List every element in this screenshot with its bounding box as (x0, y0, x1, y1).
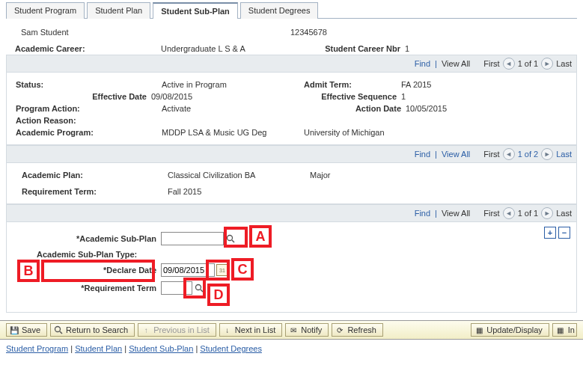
callout-box-a (224, 227, 248, 248)
tab-student-plan[interactable]: Student Plan (87, 2, 150, 19)
svg-line-5 (60, 331, 62, 334)
refresh-label: Refresh (347, 325, 376, 334)
next-record-icon[interactable]: ► (541, 148, 553, 160)
find-link[interactable]: Find (415, 59, 430, 68)
prev-record-icon[interactable]: ◄ (503, 58, 515, 70)
update-icon: ▦ (474, 325, 483, 334)
subplan-req-term-label: *Requirement Term (14, 284, 161, 293)
subplan-form: + − *Academic Sub-Plan Academic Sub-Plan… (6, 222, 577, 313)
tab-student-degrees[interactable]: Student Degrees (240, 2, 319, 19)
include-label: In (568, 325, 575, 334)
req-term-value: Fall 2015 (168, 187, 201, 196)
plan-type-value: Major (310, 171, 331, 180)
next-in-list-button[interactable]: ↓ Next in List (219, 323, 282, 337)
footer-links: Student Program | Student Plan | Student… (0, 340, 583, 358)
nav-bar-3: Find | View All First ◄ 1 of 1 ► Last (6, 204, 577, 222)
first-label: First (483, 209, 499, 218)
svg-point-4 (55, 327, 61, 332)
program-action-label: Program Action: (7, 104, 162, 113)
prev-record-icon[interactable]: ◄ (503, 207, 515, 219)
nav-bar-1: Find | View All First ◄ 1 of 1 ► Last (6, 55, 577, 73)
save-button[interactable]: 💾 Save (6, 323, 47, 337)
career-nbr-value: 1 (405, 44, 409, 53)
save-label: Save (22, 325, 40, 334)
academic-career-label: Academic Career: (6, 44, 161, 53)
view-all-label: View All (442, 59, 470, 68)
last-label: Last (556, 59, 572, 68)
last-link[interactable]: Last (556, 150, 572, 159)
academic-plan-label: Academic Plan: (7, 171, 168, 180)
footer-link-degrees[interactable]: Student Degrees (200, 344, 262, 353)
view-all-link-2[interactable]: View All (442, 150, 470, 159)
subplan-type-label: Academic Sub-Plan Type: (14, 250, 183, 259)
last-label: Last (556, 209, 572, 218)
record-count[interactable]: 1 of 2 (518, 150, 539, 159)
footer-link-program[interactable]: Student Program (6, 344, 68, 353)
callout-a: A (249, 225, 272, 248)
search-icon (54, 325, 63, 334)
previous-in-list-button: ↑ Previous in List (138, 323, 216, 337)
callout-b: B (17, 260, 40, 282)
down-arrow-icon: ↓ (223, 325, 232, 334)
subplan-input[interactable] (161, 232, 224, 245)
next-record-icon[interactable]: ► (541, 207, 553, 219)
callout-box-b (41, 260, 155, 282)
notify-icon: ✉ (289, 325, 298, 334)
admit-term-label: Admit Term: (304, 80, 401, 89)
return-label: Return to Search (66, 325, 128, 334)
action-date-value: 10/05/2015 (406, 104, 447, 113)
callout-c: C (231, 258, 254, 281)
add-row-button[interactable]: + (544, 227, 556, 239)
refresh-icon: ⟳ (335, 325, 344, 334)
student-id: 12345678 (290, 28, 327, 37)
notify-label: Notify (301, 325, 322, 334)
first-label: First (483, 59, 499, 68)
student-name: Sam Student (21, 28, 290, 37)
include-history-button[interactable]: ▦ In (552, 323, 577, 337)
prev-label: Previous in List (153, 325, 210, 334)
find-link-2[interactable]: Find (415, 150, 430, 159)
academic-plan-value: Classical Civilization BA (168, 171, 310, 180)
tab-student-program[interactable]: Student Program (6, 2, 85, 19)
save-icon: 💾 (10, 325, 19, 334)
academic-program-value: MDDP LSA & Music UG Deg (162, 128, 304, 137)
nav-separator: | (435, 150, 437, 159)
program-action-value: Activate (162, 104, 304, 113)
notify-button[interactable]: ✉ Notify (285, 323, 329, 337)
callout-box-d (183, 278, 206, 298)
callout-box-c (206, 260, 230, 281)
next-label: Next in List (235, 325, 275, 334)
academic-career-value: Undergraduate L S & A (161, 44, 303, 53)
next-record-icon[interactable]: ► (541, 58, 553, 70)
footer-link-subplan[interactable]: Student Sub-Plan (129, 344, 193, 353)
career-nbr-label: Student Career Nbr (303, 44, 405, 53)
refresh-button[interactable]: ⟳ Refresh (332, 323, 383, 337)
prev-record-icon[interactable]: ◄ (503, 148, 515, 160)
tab-student-subplan[interactable]: Student Sub-Plan (153, 2, 238, 19)
action-date-label: Action Date (304, 104, 406, 113)
subplan-field-label: *Academic Sub-Plan (14, 234, 161, 243)
include-icon: ▦ (556, 325, 565, 334)
status-value: Active in Program (162, 80, 304, 89)
update-display-button[interactable]: ▦ Update/Display (471, 323, 549, 337)
update-label: Update/Display (486, 325, 543, 334)
effective-date-value: 09/08/2015 (151, 92, 299, 101)
nav-separator: | (435, 209, 437, 218)
record-count: 1 of 1 (518, 209, 539, 218)
footer-link-plan[interactable]: Student Plan (75, 344, 122, 353)
nav-separator: | (435, 59, 437, 68)
first-label: First (483, 150, 499, 159)
status-label: Status: (7, 80, 162, 89)
record-count: 1 of 1 (518, 59, 539, 68)
return-to-search-button[interactable]: Return to Search (50, 323, 135, 337)
delete-row-button[interactable]: − (558, 227, 570, 239)
find-link-3[interactable]: Find (415, 209, 430, 218)
up-arrow-icon: ↑ (141, 325, 150, 334)
nav-bar-2: Find | View All First ◄ 1 of 2 ► Last (6, 145, 577, 163)
institution-value: University of Michigan (304, 128, 385, 137)
callout-d: D (207, 284, 230, 306)
effective-seq-value: 1 (401, 92, 406, 101)
admit-term-value: FA 2015 (401, 80, 431, 89)
academic-program-label: Academic Program: (7, 128, 162, 137)
req-term-label: Requirement Term: (7, 187, 168, 196)
